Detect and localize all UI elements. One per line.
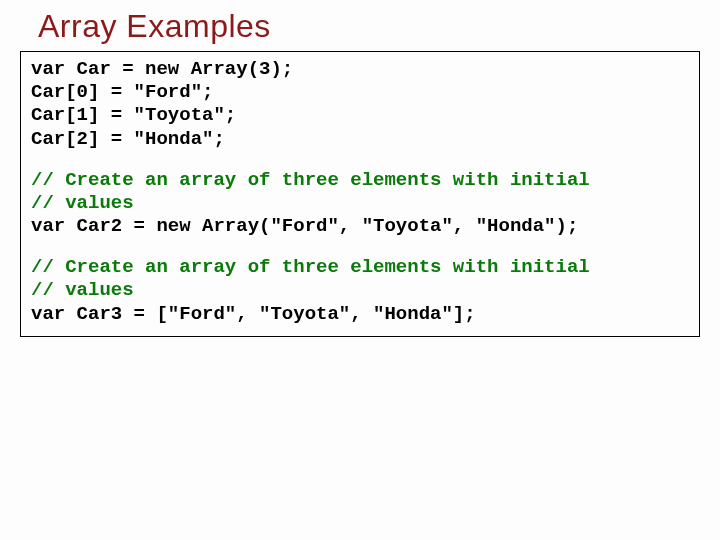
blank-line [31, 151, 689, 169]
code-line: Car[1] = "Toyota"; [31, 104, 689, 127]
slide-title: Array Examples [38, 8, 700, 45]
code-box: var Car = new Array(3); Car[0] = "Ford";… [20, 51, 700, 337]
code-comment: // Create an array of three elements wit… [31, 169, 689, 192]
code-comment: // values [31, 279, 689, 302]
code-line: var Car3 = ["Ford", "Toyota", "Honda"]; [31, 303, 689, 326]
code-comment: // Create an array of three elements wit… [31, 256, 689, 279]
blank-line [31, 238, 689, 256]
code-comment: // values [31, 192, 689, 215]
code-line: Car[2] = "Honda"; [31, 128, 689, 151]
slide: Array Examples var Car = new Array(3); C… [0, 0, 720, 540]
code-line: Car[0] = "Ford"; [31, 81, 689, 104]
code-line: var Car2 = new Array("Ford", "Toyota", "… [31, 215, 689, 238]
code-line: var Car = new Array(3); [31, 58, 689, 81]
